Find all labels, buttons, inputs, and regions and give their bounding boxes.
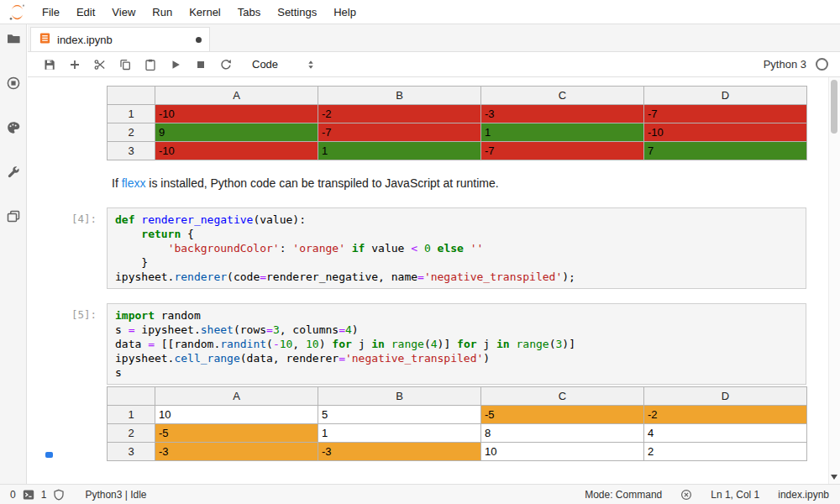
jupyter-logo-icon bbox=[8, 3, 27, 22]
notebook-icon bbox=[39, 32, 51, 48]
terminals-count[interactable]: 0 bbox=[10, 489, 16, 501]
sheet-cell[interactable]: -10 bbox=[155, 142, 318, 160]
kernel-status-icon[interactable] bbox=[816, 58, 828, 71]
sheet-cell[interactable]: -3 bbox=[318, 443, 481, 461]
code-cell-5[interactable]: import randoms = ipysheet.sheet(rows=3, … bbox=[107, 303, 806, 385]
row-header[interactable]: 2 bbox=[108, 123, 155, 142]
row-header[interactable]: 2 bbox=[108, 424, 155, 443]
sheet-cell[interactable]: 5 bbox=[318, 406, 481, 424]
kernel-name[interactable]: Python 3 bbox=[764, 58, 806, 71]
kernels-count[interactable]: 1 bbox=[41, 489, 47, 501]
sheet-cell[interactable]: 10 bbox=[155, 406, 318, 424]
command-mode-indicator[interactable]: Mode: Command bbox=[585, 489, 662, 501]
column-header[interactable]: C bbox=[481, 387, 644, 406]
restart-kernel-button[interactable] bbox=[213, 53, 239, 76]
code-cell-4[interactable]: def renderer_negative(value): return { '… bbox=[107, 207, 806, 289]
running-sessions-icon[interactable] bbox=[6, 76, 21, 91]
save-button[interactable] bbox=[37, 53, 62, 76]
flexx-link[interactable]: flexx bbox=[122, 176, 146, 190]
paste-cells-button[interactable] bbox=[138, 53, 163, 76]
sheet-cell[interactable]: -3 bbox=[481, 105, 644, 123]
cell-drag-handle[interactable] bbox=[45, 452, 53, 458]
column-header[interactable]: A bbox=[155, 387, 318, 406]
cursor-position[interactable]: Ln 1, Col 1 bbox=[711, 489, 759, 501]
cut-cells-button[interactable] bbox=[87, 53, 113, 76]
markdown-text: is installed, Python code can be transpi… bbox=[145, 176, 498, 190]
sheet-cell[interactable]: 1 bbox=[318, 424, 481, 443]
row-header[interactable]: 1 bbox=[108, 406, 155, 424]
scroll-down-arrow[interactable] bbox=[831, 475, 837, 480]
column-header[interactable]: A bbox=[155, 87, 318, 105]
column-header[interactable]: D bbox=[644, 87, 807, 105]
ipysheet-table: ABCD1105-5-22-51843-3-3102 bbox=[107, 386, 807, 461]
row-header[interactable]: 3 bbox=[108, 443, 155, 461]
notebook-toolbar: Code Python 3 bbox=[28, 52, 840, 77]
cell-prompt-5: [5]: bbox=[38, 308, 97, 321]
sheet-cell[interactable]: 8 bbox=[481, 424, 644, 443]
sheet-cell[interactable]: 2 bbox=[644, 443, 807, 461]
column-header[interactable]: B bbox=[318, 387, 481, 406]
row-header[interactable]: 1 bbox=[108, 105, 155, 123]
ipysheet-table: ABCD1-10-2-3-729-71-103-101-77 bbox=[107, 86, 807, 160]
code-line: def renderer_negative(value): bbox=[115, 213, 798, 227]
column-header[interactable]: D bbox=[644, 387, 807, 406]
kernel-sessions-icon[interactable] bbox=[53, 489, 65, 501]
code-line: 'backgroundColor': 'orange' if value < 0… bbox=[115, 241, 798, 255]
code-line: ipysheet.renderer(code=renderer_negative… bbox=[115, 270, 798, 284]
column-header[interactable]: B bbox=[318, 87, 481, 105]
insert-cell-button[interactable] bbox=[62, 53, 87, 76]
sheet-cell[interactable]: 1 bbox=[481, 123, 644, 142]
menu-view[interactable]: View bbox=[103, 6, 144, 18]
column-header[interactable]: C bbox=[481, 87, 644, 105]
kernel-status-text[interactable]: Python3 | Idle bbox=[85, 489, 146, 501]
left-sidebar bbox=[0, 24, 27, 484]
stop-kernel-button[interactable] bbox=[188, 53, 213, 76]
code-line: s = ipysheet.sheet(rows=3, columns=4) bbox=[115, 323, 798, 337]
sheet-cell[interactable]: -10 bbox=[155, 105, 318, 123]
ipysheet-output-orange: ABCD1105-5-22-51843-3-3102 bbox=[107, 386, 807, 461]
sheet-cell[interactable]: -3 bbox=[155, 443, 318, 461]
sheet-cell[interactable]: 1 bbox=[318, 142, 481, 160]
file-browser-icon[interactable] bbox=[6, 31, 21, 46]
tab-index-ipynb[interactable]: index.ipynb bbox=[30, 27, 210, 51]
sheet-cell[interactable]: -10 bbox=[644, 123, 807, 142]
vertical-scrollbar[interactable] bbox=[828, 77, 840, 484]
row-header[interactable]: 3 bbox=[108, 142, 155, 160]
sheet-cell[interactable]: -2 bbox=[318, 105, 481, 123]
ipysheet-output-red-green: ABCD1-10-2-3-729-71-103-101-77 bbox=[107, 86, 807, 160]
menu-file[interactable]: File bbox=[34, 6, 68, 18]
menu-help[interactable]: Help bbox=[325, 6, 365, 18]
cell-type-label: Code bbox=[252, 58, 278, 71]
property-inspector-icon[interactable] bbox=[6, 165, 21, 180]
code-line: } bbox=[115, 255, 798, 270]
sheet-cell[interactable]: -7 bbox=[481, 142, 644, 160]
code-line: data = [[random.randint(-10, 10) for j i… bbox=[115, 337, 798, 351]
sheet-cell[interactable]: -7 bbox=[318, 123, 481, 142]
menu-edit[interactable]: Edit bbox=[68, 6, 103, 18]
run-cell-button[interactable] bbox=[163, 53, 188, 76]
sheet-cell[interactable]: 7 bbox=[644, 142, 807, 160]
statusbar-filename: index.ipynb bbox=[778, 489, 829, 501]
sheet-cell[interactable]: 9 bbox=[155, 123, 318, 142]
markdown-cell: If flexx is installed, Python code can b… bbox=[112, 176, 499, 190]
tab-bar: index.ipynb bbox=[28, 24, 840, 52]
menu-tabs[interactable]: Tabs bbox=[229, 6, 269, 18]
copy-cells-button[interactable] bbox=[113, 53, 138, 76]
command-palette-icon[interactable] bbox=[6, 120, 21, 135]
menu-settings[interactable]: Settings bbox=[269, 6, 325, 18]
menu-kernel[interactable]: Kernel bbox=[181, 6, 229, 18]
sheet-cell[interactable]: 4 bbox=[644, 424, 807, 443]
sheet-cell[interactable]: -2 bbox=[644, 406, 807, 424]
terminal-icon[interactable] bbox=[23, 489, 34, 501]
unsaved-changes-dot[interactable] bbox=[196, 37, 202, 43]
notifications-icon[interactable] bbox=[680, 489, 692, 501]
sheet-cell[interactable]: 10 bbox=[481, 443, 644, 461]
scrollbar-thumb[interactable] bbox=[831, 80, 837, 134]
cell-type-dropdown[interactable]: Code bbox=[252, 58, 317, 71]
sheet-cell[interactable]: -5 bbox=[481, 406, 644, 424]
menu-run[interactable]: Run bbox=[144, 6, 181, 18]
open-tabs-icon[interactable] bbox=[6, 209, 21, 224]
notebook-content: ABCD1-10-2-3-729-71-103-101-77 If flexx … bbox=[28, 77, 840, 484]
sheet-cell[interactable]: -5 bbox=[155, 424, 318, 443]
sheet-cell[interactable]: -7 bbox=[644, 105, 807, 123]
